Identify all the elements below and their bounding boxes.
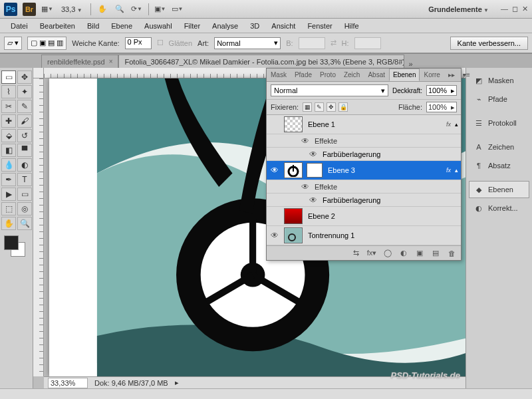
panel-tab-masken[interactable]: Mask <box>267 68 291 81</box>
layer-thumbnail[interactable] <box>284 208 303 224</box>
dock-zeichen[interactable]: AZeichen <box>469 138 529 156</box>
new-layer-icon[interactable]: ▤ <box>430 248 441 259</box>
menu-analyse[interactable]: Analyse <box>207 20 243 32</box>
menu-auswahl[interactable]: Auswahl <box>139 20 178 32</box>
doc-tab-inactive[interactable]: renbildeffekte.psd × <box>41 55 118 68</box>
style-select[interactable]: Normal▾ <box>214 37 281 49</box>
panel-tab-pfade[interactable]: Pfade <box>291 68 316 81</box>
eye-icon[interactable]: 👁 <box>301 136 309 146</box>
eyedropper-tool[interactable]: ✎ <box>17 100 32 113</box>
3d-tool[interactable]: ⬚ <box>1 202 16 215</box>
lasso-tool[interactable]: ⌇ <box>1 85 16 98</box>
feather-input[interactable]: 0 Px <box>125 37 152 49</box>
path-select-tool[interactable]: ▶ <box>1 188 16 201</box>
photoshop-logo[interactable]: Ps <box>4 3 17 16</box>
workspace-switcher[interactable]: Grundelemente <box>428 5 489 13</box>
delete-layer-icon[interactable]: 🗑 <box>446 248 457 259</box>
layer-name[interactable]: Ebene 1 <box>307 120 442 128</box>
3d-camera-tool[interactable]: ◎ <box>17 202 32 215</box>
link-layers-icon[interactable]: ⇆ <box>350 248 361 259</box>
effects-row[interactable]: 👁 Effekte <box>267 134 461 148</box>
menu-bild[interactable]: Bild <box>82 20 104 32</box>
fx-badge[interactable]: fx <box>446 121 451 128</box>
layer-row-ebene3[interactable]: 👁 Ebene 3 fx ▴ <box>267 161 461 180</box>
doc-info-arrow-icon[interactable]: ▸ <box>175 378 179 387</box>
blur-tool[interactable]: 💧 <box>1 158 16 172</box>
effects-collapse-icon[interactable]: ▴ <box>455 167 458 174</box>
lock-pixels-icon[interactable]: ✎ <box>315 102 324 112</box>
type-tool[interactable]: T <box>17 173 32 186</box>
panel-menu-icon[interactable]: ▾≡ <box>459 68 474 81</box>
layer-mask-thumbnail[interactable] <box>307 163 323 178</box>
dock-protokoll[interactable]: ☰Protokoll <box>469 114 529 132</box>
effect-color-overlay[interactable]: 👁 Farbüberlagerung <box>267 194 461 207</box>
panel-tab-absatz[interactable]: Absat <box>364 68 389 81</box>
stamp-tool[interactable]: ⬙ <box>1 129 16 142</box>
adjustment-layer-icon[interactable]: ◐ <box>398 248 409 259</box>
dock-masken[interactable]: ◩Masken <box>469 72 529 89</box>
history-brush-tool[interactable]: ↺ <box>17 129 32 142</box>
hand-tool-icon[interactable]: ✋ <box>96 3 108 15</box>
layer-mask-icon[interactable]: ◯ <box>382 248 393 259</box>
layer-row-ebene2[interactable]: Ebene 2 <box>267 207 461 226</box>
effects-collapse-icon[interactable]: ▴ <box>455 121 458 128</box>
eye-icon[interactable]: 👁 <box>309 196 317 205</box>
selection-mode-buttons[interactable]: ▢ ▣ ▤ ▥ <box>27 37 66 50</box>
group-icon[interactable]: ▣ <box>414 248 425 259</box>
refine-edge-button[interactable]: Kante verbessern... <box>450 37 528 50</box>
antialias-checkbox[interactable]: ☐ <box>157 39 164 47</box>
vertical-ruler[interactable] <box>33 78 44 376</box>
panel-tab-korrekturen[interactable]: Korre <box>420 68 444 81</box>
panel-tab-ebenen[interactable]: Ebenen <box>389 68 420 81</box>
crop-tool[interactable]: ✂ <box>1 100 16 113</box>
layer-thumbnail[interactable] <box>284 162 303 178</box>
foreground-color-swatch[interactable] <box>4 235 19 250</box>
magic-wand-tool[interactable]: ✦ <box>17 85 32 98</box>
panel-tab-protokoll[interactable]: Proto <box>316 68 340 81</box>
lock-transparency-icon[interactable]: ▦ <box>303 102 312 112</box>
effect-color-overlay[interactable]: 👁 Farbüberlagerung <box>267 148 461 161</box>
menu-hilfe[interactable]: Hilfe <box>339 20 364 32</box>
zoom-tool-icon[interactable]: 🔍 <box>114 3 126 15</box>
menu-filter[interactable]: Filter <box>179 20 205 32</box>
status-zoom[interactable]: 33,33% <box>48 378 88 388</box>
dock-absatz[interactable]: ¶Absatz <box>469 157 529 174</box>
pen-tool[interactable]: ✒ <box>1 173 16 186</box>
eye-icon[interactable]: 👁 <box>271 231 279 240</box>
doc-tab-active[interactable]: Fotolia_3066487_XL© Mikael Damkier - Fot… <box>118 55 404 68</box>
move-tool[interactable]: ✥ <box>17 70 32 84</box>
layer-name[interactable]: Tontrennung 1 <box>307 231 458 239</box>
menu-datei[interactable]: Datei <box>5 20 33 32</box>
menu-ebene[interactable]: Ebene <box>106 20 138 32</box>
fx-badge[interactable]: fx <box>446 167 451 174</box>
panel-collapse-icon[interactable]: ▸▸ <box>444 68 459 81</box>
layer-thumbnail[interactable] <box>284 227 303 243</box>
menu-fenster[interactable]: Fenster <box>302 20 337 32</box>
brush-tool[interactable]: 🖌 <box>17 114 32 128</box>
lock-all-icon[interactable]: 🔒 <box>338 102 348 112</box>
zoom-level-display[interactable]: 33,3 <box>59 5 85 13</box>
lock-position-icon[interactable]: ✥ <box>327 102 336 112</box>
arrange-docs-icon[interactable]: ▣ <box>154 3 166 15</box>
tabs-overflow-icon[interactable]: » <box>404 60 416 68</box>
hand-tool[interactable]: ✋ <box>1 217 16 230</box>
layers-panel[interactable]: Mask Pfade Proto Zeich Absat Ebenen Korr… <box>266 68 462 261</box>
color-swatches[interactable] <box>1 235 32 259</box>
blend-mode-select[interactable]: Normal▾ <box>271 84 388 96</box>
eraser-tool[interactable]: ◧ <box>1 144 16 157</box>
layer-row-tontrennung[interactable]: 👁 Tontrennung 1 <box>267 226 461 245</box>
effects-row[interactable]: 👁 Effekte <box>267 180 461 194</box>
dock-ebenen[interactable]: ◆Ebenen <box>469 181 529 198</box>
opacity-input[interactable]: 100%▸ <box>426 85 457 96</box>
ruler-origin[interactable] <box>33 68 44 78</box>
doc-info[interactable]: Dok: 9,46 MB/37,0 MB <box>94 379 168 387</box>
menu-ansicht[interactable]: Ansicht <box>266 20 301 32</box>
eye-icon[interactable]: 👁 <box>309 150 317 159</box>
healing-tool[interactable]: ✚ <box>1 114 16 128</box>
layer-style-icon[interactable]: fx▾ <box>366 248 377 259</box>
zoom-tool[interactable]: 🔍 <box>17 217 32 230</box>
close-icon[interactable]: ✕ <box>522 5 528 13</box>
tab-close-icon[interactable]: × <box>109 58 113 65</box>
restore-icon[interactable]: ◻ <box>512 5 518 13</box>
bridge-logo[interactable]: Br <box>23 3 36 16</box>
